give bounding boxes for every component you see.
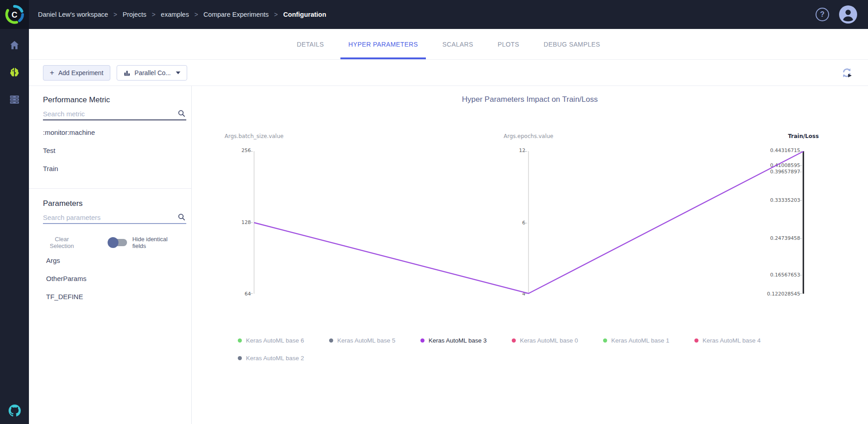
- series-name: Keras AutoML base 5: [337, 337, 396, 344]
- metric-search-input[interactable]: [43, 108, 186, 119]
- tab-plots[interactable]: PLOTS: [490, 29, 528, 59]
- metric-item-train[interactable]: Train: [43, 159, 180, 177]
- breadcrumb-separator: >: [152, 11, 156, 18]
- series-color-dot: [329, 338, 333, 343]
- series-color-dot: [603, 338, 607, 343]
- hide-identical-fields-toggle[interactable]: [109, 239, 127, 246]
- series-name: Keras AutoML base 6: [246, 337, 304, 344]
- chart-legend: Keras AutoML base 6Keras AutoML base 5Ke…: [238, 336, 807, 362]
- help-button[interactable]: ?: [816, 8, 829, 21]
- compare-tabs: DETAILS HYPER PARAMETERS SCALARS PLOTS D…: [29, 29, 868, 60]
- clearml-logo[interactable]: C: [0, 0, 29, 29]
- auto-refresh-icon: [840, 67, 853, 79]
- clear-selection-button[interactable]: Clear Selection: [43, 236, 81, 249]
- breadcrumb-compare-experiments[interactable]: Compare Experiments: [203, 11, 269, 18]
- legend-item[interactable]: Keras AutoML base 6: [238, 336, 329, 345]
- parameters-search-input[interactable]: [43, 211, 186, 223]
- auto-refresh-button[interactable]: [839, 65, 854, 81]
- parallel-coordinates-panel: Hyper Parameters Impact on Train/Loss Ar…: [192, 86, 868, 424]
- axis-label-batch-size[interactable]: Args.batch_size.value: [204, 133, 304, 139]
- add-experiment-button[interactable]: + Add Experiment: [43, 65, 110, 81]
- breadcrumb-projects[interactable]: Projects: [123, 11, 146, 18]
- legend-item[interactable]: Keras AutoML base 3: [420, 336, 512, 345]
- home-icon: [9, 39, 20, 51]
- series-color-dot: [694, 338, 698, 343]
- search-icon: [178, 213, 185, 221]
- series-name: Keras AutoML base 2: [246, 355, 304, 362]
- series-color-dot: [238, 338, 242, 343]
- sidebar-item-projects[interactable]: [0, 61, 29, 84]
- workers-queues-icon: [9, 94, 20, 105]
- metric-search: [43, 108, 186, 120]
- legend-item[interactable]: Keras AutoML base 4: [694, 336, 786, 345]
- breadcrumb-separator: >: [194, 11, 198, 18]
- breadcrumb-configuration: Configuration: [283, 11, 326, 18]
- svg-text:C: C: [12, 10, 18, 19]
- main-column: Daniel Lew's workspace > Projects > exam…: [29, 0, 868, 424]
- github-icon: [9, 405, 21, 417]
- panel-divider: [29, 188, 191, 189]
- question-mark-icon: ?: [820, 10, 825, 19]
- metric-item-monitor-machine[interactable]: :monitor:machine: [43, 123, 180, 141]
- header-actions: ?: [816, 5, 857, 24]
- histogram-icon: [123, 69, 131, 76]
- user-avatar[interactable]: [839, 5, 857, 24]
- chevron-down-icon: [176, 71, 180, 74]
- clearml-logo-icon: C: [5, 5, 24, 24]
- legend-item[interactable]: Keras AutoML base 0: [512, 336, 603, 345]
- parameters-list: Args OtherParams TF_DEFINE: [43, 251, 180, 305]
- legend-item[interactable]: Keras AutoML base 1: [603, 336, 694, 345]
- sidebar-nav: [0, 29, 29, 111]
- toggle-knob: [108, 237, 118, 248]
- breadcrumb-separator: >: [274, 11, 278, 18]
- series-name: Keras AutoML base 4: [703, 337, 761, 344]
- series-color-dot: [420, 338, 425, 343]
- legend-item[interactable]: Keras AutoML base 2: [238, 353, 329, 362]
- parameter-item-args[interactable]: Args: [43, 251, 180, 269]
- performance-metric-heading: Performance Metric: [43, 95, 180, 105]
- legend-item[interactable]: Keras AutoML base 5: [329, 336, 420, 345]
- sidebar-item-dashboard[interactable]: [0, 33, 29, 57]
- sidebar-item-workers-queues[interactable]: [0, 88, 29, 111]
- selector-panel: Performance Metric :monitor:machine Test…: [29, 86, 192, 424]
- tab-scalars[interactable]: SCALARS: [434, 29, 481, 59]
- metric-item-test[interactable]: Test: [43, 141, 180, 159]
- metric-list: :monitor:machine Test Train: [43, 123, 180, 177]
- sidebar-footer: [0, 403, 29, 424]
- plus-icon: +: [50, 69, 54, 76]
- avatar-icon: [839, 5, 857, 24]
- series-color-dot: [238, 356, 242, 360]
- chart-title: Hyper Parameters Impact on Train/Loss: [192, 95, 868, 104]
- projects-brain-icon: [8, 66, 21, 79]
- breadcrumb-workspace[interactable]: Daniel Lew's workspace: [38, 11, 108, 18]
- parameters-heading: Parameters: [43, 199, 180, 209]
- github-link[interactable]: [0, 403, 29, 418]
- series-name: Keras AutoML base 1: [611, 337, 670, 344]
- parameters-search: [43, 211, 186, 224]
- series-color-dot: [512, 338, 516, 343]
- tab-debug-samples[interactable]: DEBUG SAMPLES: [536, 29, 609, 59]
- app-sidebar: C: [0, 0, 29, 424]
- parallel-coordinates-plot[interactable]: [192, 151, 868, 294]
- selection-controls: Clear Selection Hide identical fields: [43, 237, 180, 248]
- parameter-item-tf-define[interactable]: TF_DEFINE: [43, 287, 180, 305]
- axis-label-epochs[interactable]: Args.epochs.value: [479, 133, 578, 139]
- series-name: Keras AutoML base 3: [429, 337, 487, 344]
- content-row: Performance Metric :monitor:machine Test…: [29, 86, 868, 424]
- view-mode-dropdown[interactable]: Parallel Co...: [117, 65, 187, 81]
- toolbar: + Add Experiment Parallel Co...: [29, 60, 868, 86]
- breadcrumb-examples[interactable]: examples: [161, 11, 189, 18]
- series-name: Keras AutoML base 0: [520, 337, 578, 344]
- top-header: Daniel Lew's workspace > Projects > exam…: [29, 0, 868, 29]
- axis-label-train-loss[interactable]: Train/Loss: [754, 133, 853, 139]
- breadcrumb-separator: >: [113, 11, 117, 18]
- tab-details[interactable]: DETAILS: [288, 29, 332, 59]
- tab-hyper-parameters[interactable]: HYPER PARAMETERS: [340, 29, 426, 59]
- app-root: C: [0, 0, 868, 424]
- parameter-item-otherparams[interactable]: OtherParams: [43, 269, 180, 287]
- hide-identical-fields-label: Hide identical fields: [132, 236, 180, 249]
- breadcrumb: Daniel Lew's workspace > Projects > exam…: [38, 11, 326, 18]
- search-icon: [178, 110, 185, 117]
